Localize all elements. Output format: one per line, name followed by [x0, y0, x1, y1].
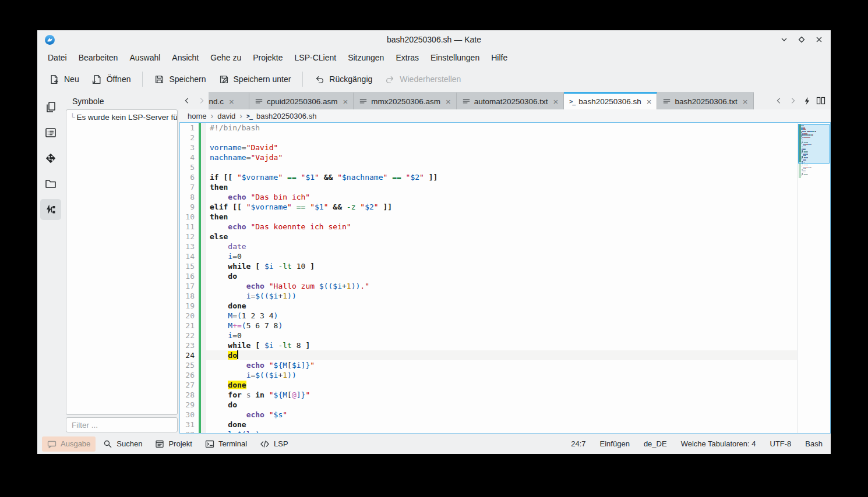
tab-bash20250306-txt[interactable]: bash20250306.txt× [657, 92, 753, 109]
code-line[interactable]: echo "Das bin ich" [206, 192, 797, 202]
code-line[interactable]: M+=(5 6 7 8) [206, 321, 797, 331]
breadcrumb-segment-david[interactable]: david [217, 112, 235, 120]
symbols-list-item[interactable]: └ Es wurde kein LSP-Server fü... [66, 110, 177, 122]
minimap-viewport[interactable] [798, 124, 830, 164]
line-number: 3 [180, 143, 195, 152]
open-button[interactable]: Öffnen [86, 72, 137, 87]
tab-actions [772, 92, 831, 109]
tab-automat20250306-txt[interactable]: automat20250306.txt× [457, 92, 564, 109]
history-forward-icon[interactable] [786, 94, 799, 107]
code-line[interactable]: while [ $i -lt 10 ] [206, 261, 797, 271]
tabs-scroll-left-icon[interactable] [179, 92, 194, 109]
statusbar-panel-label: Suchen [117, 439, 142, 448]
menu-item-bearbeiten[interactable]: Bearbeiten [73, 51, 124, 65]
breadcrumb-file[interactable]: bash20250306.sh [256, 112, 316, 120]
tab-close-icon[interactable]: × [343, 97, 348, 106]
code-line[interactable]: echo "${M[$i]}" [206, 360, 797, 370]
code-folding-margin[interactable] [201, 123, 206, 433]
code-line[interactable]: date [206, 242, 797, 251]
tab-end-c[interactable]: end.c× [209, 92, 249, 109]
code-line[interactable]: i=0 [206, 331, 797, 340]
statusbar-panel-terminal[interactable]: Terminal [200, 436, 252, 452]
history-back-icon[interactable] [772, 94, 785, 107]
code-line[interactable]: l=$(ls) [206, 429, 797, 433]
statusbar-panel-ausgabe[interactable]: Ausgabe [42, 436, 96, 452]
code-line[interactable]: echo "Das koennte ich sein" [206, 222, 797, 232]
tabs-scroll-right-icon[interactable] [194, 92, 209, 109]
line-number: 4 [180, 152, 195, 162]
syntax-mode[interactable]: Bash [805, 439, 823, 448]
tab-bar: end.c×cpuid20250306.asm×mmx20250306.asm×… [179, 92, 831, 109]
sidebar-tool-list[interactable] [40, 122, 61, 143]
minimap-scrollbar[interactable] [797, 123, 830, 433]
code-area[interactable]: #!/bin/bashvorname="David"nachname="Vajd… [206, 123, 797, 433]
sidebar-tool-git[interactable] [40, 148, 61, 169]
save-button[interactable]: Speichern [148, 72, 212, 87]
code-line[interactable]: echo "$s" [206, 410, 797, 420]
code-line[interactable]: else [206, 232, 797, 242]
tab-bash20250306-sh[interactable]: >_bash20250306.sh× [564, 92, 657, 109]
code-line[interactable]: do [206, 400, 797, 410]
code-line[interactable]: then [206, 212, 797, 222]
dictionary-locale[interactable]: de_DE [644, 439, 667, 448]
code-line[interactable]: echo "Hallo zum $(($i+1))." [206, 281, 797, 291]
code-line[interactable]: for s in "${M[@]}" [206, 390, 797, 400]
statusbar-panel-projekt[interactable]: Projekt [150, 436, 197, 452]
code-line[interactable]: i=$(($i+1)) [206, 291, 797, 301]
cursor-position[interactable]: 24:7 [571, 439, 585, 448]
input-mode[interactable]: Einfügen [600, 439, 630, 448]
tab-settings[interactable]: Weiche Tabulatoren: 4 [681, 439, 756, 448]
undo-button[interactable]: Rückgängig [308, 72, 379, 87]
tab-cpuid20250306-asm[interactable]: cpuid20250306.asm× [249, 92, 354, 109]
sidebar-tool-documents[interactable] [40, 97, 61, 118]
code-line[interactable]: while [ $i -lt 8 ] [206, 340, 797, 350]
menu-item-hilfe[interactable]: Hilfe [485, 51, 513, 65]
minimize-icon[interactable] [779, 35, 789, 44]
maximize-icon[interactable] [797, 35, 806, 44]
code-line[interactable]: do [206, 271, 797, 281]
split-view-icon[interactable] [814, 94, 827, 107]
menu-item-ansicht[interactable]: Ansicht [166, 51, 204, 65]
code-line[interactable]: i=$(($i+1)) [206, 370, 797, 380]
code-line[interactable]: done [206, 420, 797, 429]
code-line[interactable]: vorname="David" [206, 143, 797, 152]
code-line[interactable]: then [206, 182, 797, 192]
menu-item-datei[interactable]: Datei [42, 51, 73, 65]
menu-item-gehe-zu[interactable]: Gehe zu [204, 51, 247, 65]
menu-item-extras[interactable]: Extras [390, 51, 425, 65]
symbols-panel-title: Symbole [64, 92, 179, 109]
new-button[interactable]: Neu [43, 72, 86, 87]
filter-input[interactable] [66, 417, 178, 432]
quick-open-icon[interactable] [800, 94, 813, 107]
code-line[interactable] [206, 133, 797, 143]
menu-item-auswahl[interactable]: Auswahl [124, 51, 166, 65]
sidebar-tool-symbols[interactable] [40, 199, 61, 220]
code-line[interactable]: i=0 [206, 251, 797, 261]
code-line[interactable]: nachname="Vajda" [206, 152, 797, 162]
code-line[interactable]: if [[ "$vorname" == "$1" && "$nachname" … [206, 172, 797, 182]
close-icon[interactable] [814, 35, 824, 44]
tab-mmx20250306-asm[interactable]: mmx20250306.asm× [354, 92, 456, 109]
menu-item-projekte[interactable]: Projekte [247, 51, 288, 65]
tab-close-icon[interactable]: × [553, 97, 559, 106]
statusbar-panel-lsp[interactable]: LSP [255, 436, 294, 452]
code-line[interactable] [206, 162, 797, 172]
breadcrumb-segment-home[interactable]: home [188, 112, 207, 120]
code-line[interactable]: elif [[ "$vorname" == "$1" && -z "$2" ]] [206, 202, 797, 212]
save-as-button[interactable]: Speichern unter [213, 72, 298, 87]
menu-item-lsp-client[interactable]: LSP-CLient [289, 51, 343, 65]
code-line[interactable]: do [206, 350, 797, 360]
code-line[interactable]: done [206, 380, 797, 390]
menu-item-einstellungen[interactable]: Einstellungen [425, 51, 485, 65]
sidebar-tool-folder[interactable] [40, 173, 61, 194]
tab-close-icon[interactable]: × [647, 97, 652, 106]
statusbar-panel-suchen[interactable]: Suchen [98, 436, 147, 452]
tab-close-icon[interactable]: × [229, 97, 234, 106]
code-line[interactable]: M=(1 2 3 4) [206, 311, 797, 321]
tab-close-icon[interactable]: × [446, 97, 451, 106]
menu-item-sitzungen[interactable]: Sitzungen [342, 51, 390, 65]
code-line[interactable]: done [206, 301, 797, 311]
tab-close-icon[interactable]: × [743, 97, 748, 106]
encoding[interactable]: UTF-8 [770, 439, 792, 448]
code-line[interactable]: #!/bin/bash [206, 123, 797, 133]
